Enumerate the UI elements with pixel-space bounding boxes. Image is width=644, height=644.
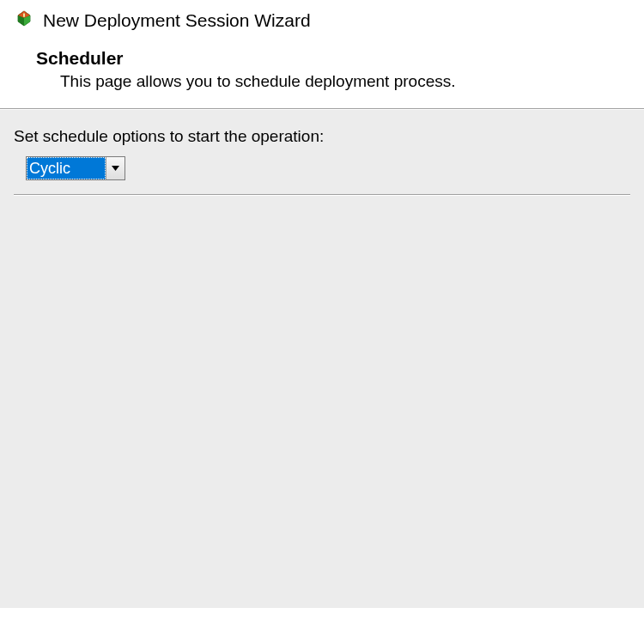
chevron-down-icon: [112, 166, 119, 171]
svg-marker-5: [112, 166, 119, 171]
wizard-header: New Deployment Session Wizard Scheduler …: [0, 0, 644, 108]
page-title: Scheduler: [36, 48, 630, 69]
page-info: Scheduler This page allows you to schedu…: [14, 48, 630, 91]
title-row: New Deployment Session Wizard: [14, 10, 630, 31]
content-divider: [14, 194, 630, 196]
content-area: Set schedule options to start the operat…: [0, 110, 644, 608]
window-title: New Deployment Session Wizard: [43, 10, 311, 31]
dropdown-arrow-button[interactable]: [106, 157, 125, 179]
wizard-icon: [14, 10, 34, 31]
svg-point-4: [23, 11, 25, 13]
schedule-options-label: Set schedule options to start the operat…: [14, 127, 630, 146]
page-description: This page allows you to schedule deploym…: [36, 72, 630, 91]
schedule-dropdown[interactable]: Cyclic: [26, 156, 125, 180]
schedule-dropdown-value[interactable]: Cyclic: [27, 157, 106, 179]
